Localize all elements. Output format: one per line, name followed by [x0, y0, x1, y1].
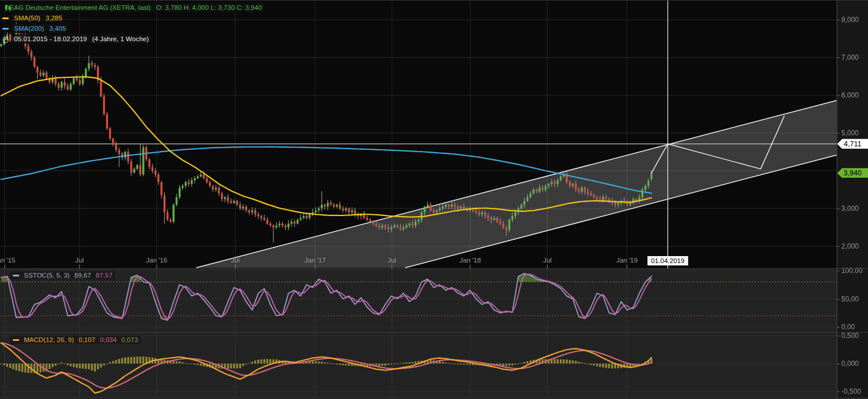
sma200-label: SMA(200) [14, 24, 44, 33]
clock-icon: ◷ [2, 36, 9, 42]
chart-window: 8,0007,0006,0005,0003,0002,000100,0050,0… [0, 0, 868, 399]
axis-tick [837, 20, 840, 20]
axis-tick [837, 209, 840, 209]
axis-tick [837, 133, 840, 134]
sma50-label: SMA(50) [14, 14, 40, 22]
stochastic-d-value: 87,57 [96, 272, 113, 279]
panel-separator[interactable] [0, 268, 868, 269]
y-axis-label: 3,000 [841, 204, 859, 213]
crosshair-date-value: 01.04.2019 [651, 257, 685, 264]
macd-signal-value: 0,034 [100, 336, 117, 343]
stochastic-k-value: 89,67 [74, 272, 91, 279]
y-axis-label: 7,000 [841, 53, 859, 62]
stochastic-label: SSTOC(5, 5, 3) [24, 272, 70, 279]
sma50-value: 3,285 [45, 14, 62, 22]
axis-tick [837, 271, 840, 271]
y-axis-label: 2,000 [841, 242, 859, 250]
panel-separator [0, 398, 868, 398]
macd-dash-icon [13, 339, 19, 341]
candlestick-icon [5, 4, 12, 12]
axis-tick [837, 57, 840, 58]
y-axis-label: -0,500 [841, 387, 861, 396]
y-axis-label: 50,00 [841, 295, 859, 303]
crosshair-date-label: 01.04.2019 [647, 256, 688, 265]
y-axis-label: 0,00 [841, 323, 855, 331]
sma200-value: 3,405 [49, 24, 66, 33]
crosshair-price-tag: 4,711 [837, 139, 868, 149]
axis-tick [837, 391, 840, 392]
sma200-dash-icon [2, 28, 9, 30]
instrument-title: DEAG Deutsche Entertainment AG (XETRA, l… [5, 3, 151, 12]
stochastic-dash-icon [13, 275, 19, 276]
y-axis-label: 5,000 [841, 129, 859, 137]
stochastic-legend: SSTOC(5, 5, 3) 89,67 87,57 [10, 271, 115, 279]
last-price-value: 3,940 [844, 169, 862, 177]
date-range: 05.01.2015 - 18.02.2019 [14, 35, 87, 43]
period-label: (4 Jahre, 1 Woche) [92, 35, 149, 43]
y-axis-label: 6,000 [841, 91, 859, 99]
macd-legend: MACD(12, 26, 9) 0,107 0,034 0,073 [10, 336, 141, 344]
macd-value: 0,107 [78, 336, 95, 343]
axis-tick [837, 95, 840, 96]
crosshair-price-value: 4,711 [844, 140, 861, 148]
ohlc-readout: O: 3,780 H: 4,000 L: 3,730 C: 3,940 [156, 3, 262, 12]
y-axis-label: 8,000 [841, 16, 859, 24]
axis-tick [837, 364, 840, 364]
chart-legend: DEAG Deutsche Entertainment AG (XETRA, l… [2, 3, 264, 45]
stochastic-panel[interactable] [0, 269, 837, 333]
axis-tick [837, 336, 840, 336]
axis-tick [837, 327, 840, 328]
panel-separator[interactable] [0, 332, 868, 333]
y-axis-label: 0,000 [841, 360, 859, 368]
axis-tick [837, 299, 840, 300]
macd-label: MACD(12, 26, 9) [24, 336, 74, 343]
macd-hist-value: 0,073 [121, 336, 138, 343]
axis-tick [837, 246, 840, 247]
last-price-tag: 3,940 [837, 168, 868, 178]
sma50-dash-icon [2, 17, 9, 19]
y-axis-label: 0,500 [841, 332, 859, 340]
price-axis[interactable]: 8,0007,0006,0005,0003,0002,000100,0050,0… [837, 1, 868, 399]
